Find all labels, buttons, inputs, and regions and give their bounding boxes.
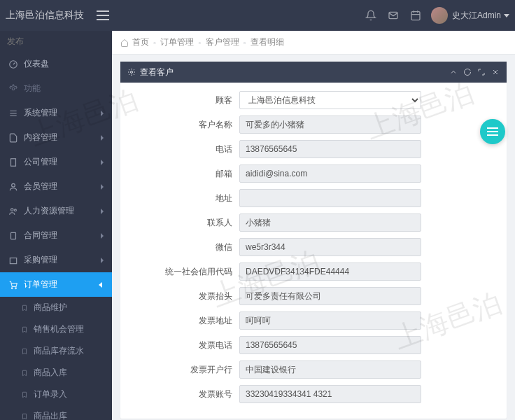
- building-icon: [8, 158, 18, 167]
- field-label: 顾客: [120, 94, 239, 106]
- field-label: 发票电话: [120, 340, 239, 351]
- avatar[interactable]: [431, 7, 448, 24]
- field-label: 发票地址: [120, 315, 239, 327]
- chevron-left-icon: [99, 282, 102, 288]
- breadcrumb-sep: ◦: [198, 38, 201, 48]
- expand-icon[interactable]: [477, 68, 486, 76]
- readonly-field: DAEDVDF34134FDE44444: [239, 262, 421, 281]
- sidebar-item-member[interactable]: 会员管理: [0, 174, 112, 199]
- sidebar-item-content[interactable]: 内容管理: [0, 125, 112, 150]
- svg-rect-10: [10, 258, 16, 263]
- fab-menu-button[interactable]: [480, 119, 505, 144]
- readonly-field: 33230419334341 4321: [239, 385, 421, 403]
- svg-rect-1: [411, 12, 420, 20]
- main-content: 首页 ◦ 订单管理 ◦ 客户管理 ◦ 查看明细 查看客户 顾客上海邑泊信息科技: [112, 31, 515, 420]
- chevron-right-icon: [101, 111, 104, 116]
- tenant-select[interactable]: 上海邑泊信息科技: [239, 91, 421, 109]
- readonly-field: 13876565645: [239, 336, 421, 354]
- sidebar-item-contract[interactable]: 合同管理: [0, 223, 112, 248]
- calendar-icon[interactable]: [410, 10, 421, 21]
- sidebar-item-function[interactable]: 功能: [0, 76, 112, 101]
- gear-icon: [127, 68, 136, 76]
- refresh-icon[interactable]: [463, 68, 472, 76]
- readonly-field: 小猪猪: [239, 214, 421, 232]
- chevron-right-icon: [101, 184, 104, 190]
- chevron-right-icon: [101, 233, 104, 239]
- sidebar-search[interactable]: [0, 31, 112, 52]
- chevron-right-icon: [101, 209, 104, 214]
- sliders-icon: [8, 108, 18, 118]
- sidebar-item-label: 公司管理: [24, 156, 101, 168]
- menu-toggle-icon[interactable]: [97, 10, 109, 20]
- brand-title: 上海邑泊信息科技: [6, 9, 91, 22]
- sidebar-item-system[interactable]: 系统管理: [0, 101, 112, 125]
- sidebar-item-label: 仪表盘: [24, 58, 104, 70]
- sidebar-subitem-label: 销售机会管理: [34, 323, 84, 335]
- sidebar-item-purchase[interactable]: 采购管理: [0, 248, 112, 272]
- bookmark-icon: [21, 370, 28, 377]
- user-icon: [8, 182, 18, 192]
- sidebar-subitem[interactable]: 商品入库: [0, 362, 112, 384]
- sidebar-subitem[interactable]: 商品维护: [0, 297, 112, 318]
- svg-point-12: [15, 287, 17, 288]
- gear-icon: [8, 84, 18, 94]
- panel-title: 查看客户: [140, 66, 444, 78]
- sidebar-item-order[interactable]: 订单管理: [0, 272, 112, 297]
- sidebar-subitem[interactable]: 销售机会管理: [0, 318, 112, 340]
- file-icon: [8, 133, 18, 143]
- readonly-field: aididi@sina.com: [239, 164, 421, 183]
- sidebar-item-label: 合同管理: [24, 230, 101, 241]
- users-icon: [8, 206, 18, 216]
- field-label: 发票账号: [120, 388, 239, 400]
- bookmark-icon: [21, 326, 28, 333]
- close-icon[interactable]: [491, 68, 500, 76]
- bookmark-icon: [21, 304, 28, 312]
- field-label: 统一社会信用代码: [120, 266, 239, 278]
- sidebar-subitem-label: 商品出库: [34, 410, 67, 420]
- sidebar: 仪表盘 功能 系统管理 内容管理 公司管理 会员管理 人力资源管理 合同管理 采…: [0, 31, 112, 420]
- sidebar-item-label: 内容管理: [24, 132, 101, 144]
- gauge-icon: [8, 59, 18, 69]
- breadcrumb-l2[interactable]: 客户管理: [206, 36, 239, 48]
- svg-point-8: [14, 209, 16, 211]
- breadcrumb-sep: ◦: [153, 38, 156, 48]
- readonly-field: 可爱多的小猪猪: [239, 115, 421, 134]
- sidebar-item-company[interactable]: 公司管理: [0, 150, 112, 174]
- field-label: 邮箱: [120, 168, 239, 180]
- field-label: 客户名称: [120, 119, 239, 131]
- svg-point-4: [12, 88, 15, 90]
- readonly-field: 中国建设银行: [239, 360, 421, 379]
- clipboard-icon: [8, 231, 18, 241]
- sidebar-subitem[interactable]: 订单录入: [0, 384, 112, 405]
- sidebar-subitem-label: 商品库存流水: [34, 345, 84, 357]
- svg-point-11: [11, 287, 13, 288]
- sidebar-subitem[interactable]: 商品出库: [0, 405, 112, 420]
- svg-point-13: [131, 71, 133, 74]
- bookmark-icon: [21, 413, 28, 420]
- breadcrumb-l1[interactable]: 订单管理: [160, 36, 194, 48]
- sidebar-item-hr[interactable]: 人力资源管理: [0, 199, 112, 223]
- bookmark-icon: [21, 391, 28, 398]
- home-icon[interactable]: [120, 38, 129, 47]
- mail-icon[interactable]: [388, 10, 399, 21]
- svg-rect-9: [11, 232, 16, 239]
- sidebar-item-label: 采购管理: [24, 254, 101, 266]
- sidebar-item-label: 订单管理: [24, 279, 99, 290]
- chevron-down-icon[interactable]: [504, 14, 509, 18]
- breadcrumb: 首页 ◦ 订单管理 ◦ 客户管理 ◦ 查看明细: [112, 31, 515, 55]
- svg-rect-5: [11, 158, 16, 166]
- field-label: 联系人: [120, 217, 239, 229]
- chevron-right-icon: [101, 258, 104, 263]
- field-label: 微信: [120, 241, 239, 253]
- sidebar-item-label: 系统管理: [24, 107, 101, 119]
- sidebar-subitem[interactable]: 商品库存流水: [0, 340, 112, 362]
- user-name[interactable]: 史大江Admin: [452, 10, 501, 22]
- breadcrumb-l3: 查看明细: [251, 36, 284, 48]
- breadcrumb-home[interactable]: 首页: [132, 36, 149, 48]
- readonly-field: we5r3r344: [239, 238, 421, 256]
- chevron-up-icon[interactable]: [449, 68, 458, 76]
- search-input[interactable]: [7, 36, 112, 46]
- bell-icon[interactable]: [365, 10, 376, 21]
- sidebar-item-label: 会员管理: [24, 181, 101, 192]
- sidebar-item-dashboard[interactable]: 仪表盘: [0, 52, 112, 76]
